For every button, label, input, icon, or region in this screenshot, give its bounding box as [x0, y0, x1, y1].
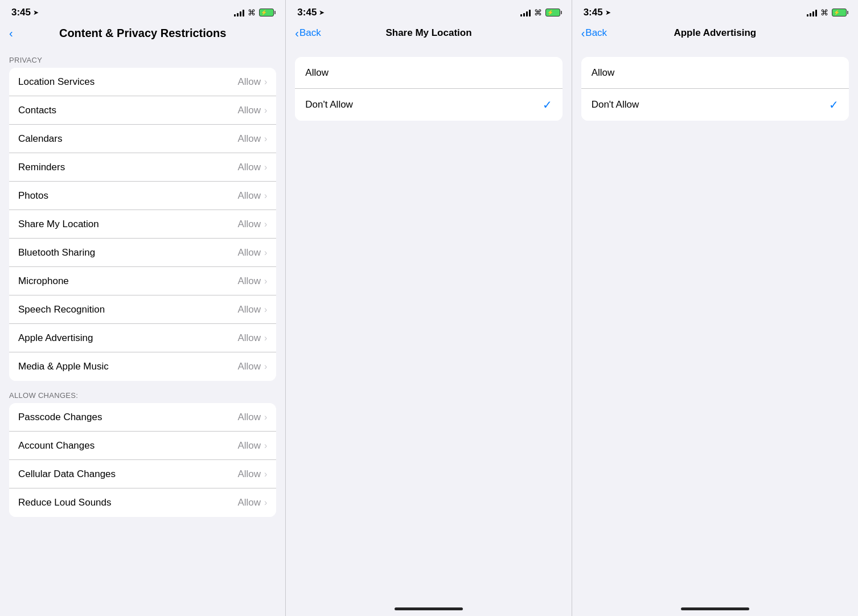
list-item-reduce-loud-sounds[interactable]: Reduce Loud Sounds Allow › [9, 488, 276, 517]
item-label-bluetooth-sharing: Bluetooth Sharing [18, 247, 95, 258]
wifi-icon-3: ⌘ [820, 8, 828, 17]
option-label-dont-allow-3: Don't Allow [592, 99, 639, 110]
back-button-3[interactable]: ‹ Back [581, 27, 607, 39]
item-value-contacts: Allow [237, 105, 261, 116]
option-label-allow-3: Allow [592, 67, 615, 79]
page-title-1: Content & Privacy Restrictions [59, 27, 226, 40]
list-item-passcode-changes[interactable]: Passcode Changes Allow › [9, 403, 276, 432]
option-allow-3[interactable]: Allow [581, 57, 849, 89]
list-item-apple-advertising[interactable]: Apple Advertising Allow › [9, 324, 276, 352]
item-label-photos: Photos [18, 190, 48, 202]
back-label-3: Back [585, 27, 607, 39]
nav-bar-2: ‹ Back Share My Location [286, 23, 571, 46]
location-arrow-icon-1: ➤ [33, 9, 39, 17]
item-right-microphone: Allow › [237, 276, 267, 287]
item-label-account-changes: Account Changes [18, 440, 95, 451]
item-right-location-services: Allow › [237, 76, 267, 88]
item-label-calendars: Calendars [18, 133, 63, 145]
back-button-1[interactable]: ‹ [9, 27, 13, 39]
signal-icon-3 [807, 9, 817, 17]
status-time-1: 3:45 [11, 7, 31, 18]
list-item-location-services[interactable]: Location Services Allow › [9, 68, 276, 96]
page-title-3: Apple Advertising [674, 27, 756, 39]
chevron-photos: › [264, 191, 267, 201]
item-label-media-apple-music: Media & Apple Music [18, 361, 109, 372]
item-right-media-apple-music: Allow › [237, 361, 267, 372]
status-icons-1: ⌘ ⚡ [234, 8, 274, 17]
panel-content-privacy: 3:45 ➤ ⌘ ⚡ ‹ Content & Privacy Restricti… [0, 0, 286, 616]
item-right-passcode-changes: Allow › [237, 412, 267, 423]
item-value-calendars: Allow [237, 133, 261, 145]
item-value-media-apple-music: Allow [237, 361, 261, 372]
item-right-share-my-location: Allow › [237, 219, 267, 230]
item-value-cellular-data-changes: Allow [237, 469, 261, 480]
item-label-microphone: Microphone [18, 276, 69, 287]
wifi-icon-2: ⌘ [534, 8, 542, 17]
scroll-area-1[interactable]: PRIVACY Location Services Allow › Contac… [0, 46, 285, 616]
panel-apple-advertising: 3:45 ➤ ⌘ ⚡ ‹ Back Apple Advertising [572, 0, 858, 616]
item-label-share-my-location: Share My Location [18, 219, 99, 230]
privacy-list-group: Location Services Allow › Contacts Allow… [9, 68, 276, 381]
chevron-reduce-loud-sounds: › [264, 498, 267, 508]
nav-bar-3: ‹ Back Apple Advertising [572, 23, 858, 46]
chevron-location-services: › [264, 77, 267, 87]
chevron-account-changes: › [264, 441, 267, 451]
list-item-calendars[interactable]: Calendars Allow › [9, 125, 276, 153]
chevron-reminders: › [264, 162, 267, 173]
item-label-reminders: Reminders [18, 162, 65, 173]
option-dont-allow-2[interactable]: Don't Allow ✓ [295, 89, 562, 121]
option-allow-2[interactable]: Allow [295, 57, 562, 89]
section-label-allow-changes: ALLOW CHANGES: [0, 381, 285, 403]
item-value-location-services: Allow [237, 76, 261, 88]
item-right-calendars: Allow › [237, 133, 267, 145]
home-indicator-2 [395, 607, 463, 610]
list-item-microphone[interactable]: Microphone Allow › [9, 267, 276, 295]
location-arrow-icon-2: ➤ [319, 9, 325, 17]
item-label-contacts: Contacts [18, 105, 56, 116]
item-right-photos: Allow › [237, 190, 267, 202]
option-label-allow-2: Allow [305, 67, 329, 79]
chevron-apple-advertising: › [264, 333, 267, 343]
item-label-passcode-changes: Passcode Changes [18, 412, 102, 423]
share-location-options: Allow Don't Allow ✓ [295, 57, 562, 121]
list-item-media-apple-music[interactable]: Media & Apple Music Allow › [9, 352, 276, 381]
status-bar-1: 3:45 ➤ ⌘ ⚡ [0, 0, 285, 23]
item-right-speech-recognition: Allow › [237, 304, 267, 315]
list-item-photos[interactable]: Photos Allow › [9, 182, 276, 210]
location-arrow-icon-3: ➤ [605, 9, 611, 17]
signal-icon-1 [234, 9, 244, 17]
item-right-bluetooth-sharing: Allow › [237, 247, 267, 258]
option-dont-allow-3[interactable]: Don't Allow ✓ [581, 89, 849, 121]
list-item-share-my-location[interactable]: Share My Location Allow › [9, 210, 276, 239]
item-value-microphone: Allow [237, 276, 261, 287]
battery-icon-1: ⚡ [259, 9, 274, 17]
item-value-bluetooth-sharing: Allow [237, 247, 261, 258]
apple-advertising-options: Allow Don't Allow ✓ [581, 57, 849, 121]
item-value-photos: Allow [237, 190, 261, 202]
list-item-bluetooth-sharing[interactable]: Bluetooth Sharing Allow › [9, 239, 276, 267]
signal-icon-2 [520, 9, 531, 17]
item-value-account-changes: Allow [237, 440, 261, 451]
list-item-contacts[interactable]: Contacts Allow › [9, 96, 276, 125]
battery-icon-3: ⚡ [832, 9, 847, 17]
back-chevron-3: ‹ [581, 27, 585, 39]
item-value-share-my-location: Allow [237, 219, 261, 230]
home-indicator-3 [681, 607, 749, 610]
status-icons-2: ⌘ ⚡ [520, 8, 560, 17]
list-item-cellular-data-changes[interactable]: Cellular Data Changes Allow › [9, 460, 276, 488]
chevron-bluetooth-sharing: › [264, 248, 267, 258]
back-button-2[interactable]: ‹ Back [295, 27, 321, 39]
chevron-speech-recognition: › [264, 305, 267, 315]
list-item-speech-recognition[interactable]: Speech Recognition Allow › [9, 295, 276, 324]
checkmark-icon-3: ✓ [829, 98, 839, 112]
allow-changes-list-group: Passcode Changes Allow › Account Changes… [9, 403, 276, 517]
item-value-passcode-changes: Allow [237, 412, 261, 423]
item-right-contacts: Allow › [237, 105, 267, 116]
item-label-cellular-data-changes: Cellular Data Changes [18, 469, 116, 480]
battery-tip-3 [847, 11, 848, 14]
status-bar-2: 3:45 ➤ ⌘ ⚡ [286, 0, 571, 23]
battery-icon-2: ⚡ [545, 9, 560, 17]
list-item-account-changes[interactable]: Account Changes Allow › [9, 432, 276, 460]
list-item-reminders[interactable]: Reminders Allow › [9, 153, 276, 182]
option-label-dont-allow-2: Don't Allow [305, 99, 353, 110]
